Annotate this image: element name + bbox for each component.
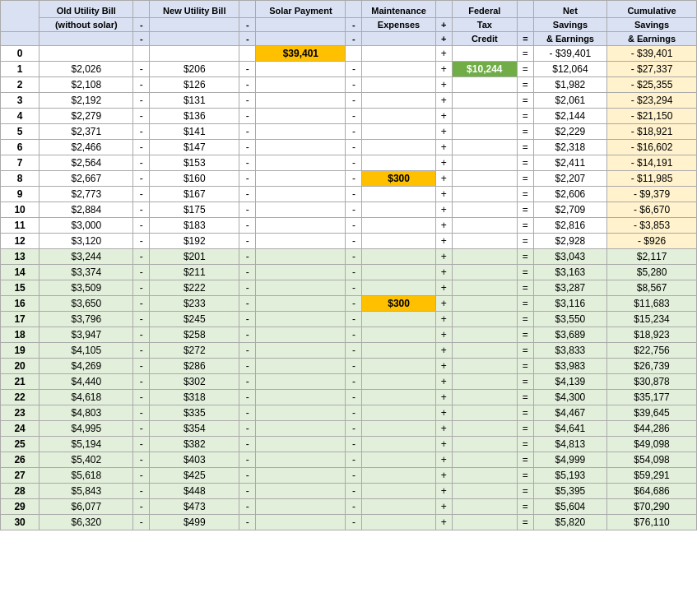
solar-payment-cell: $39,401: [256, 46, 346, 62]
dash3-cell: -: [346, 484, 362, 499]
three-subheader: New Utility Bill: [150, 4, 239, 18]
table-row: 30$6,320-$499--+=$5,820$76,110: [1, 515, 697, 530]
equals-cell: =: [517, 405, 533, 421]
dash3-cell: -: [346, 109, 362, 124]
dash1-cell: -: [133, 296, 150, 312]
year-cell: 19: [1, 343, 39, 359]
dash3-sub2: -: [346, 18, 362, 32]
cumulative-savings-cell: - $14,191: [607, 155, 697, 171]
old-utility-cell: $5,194: [39, 437, 133, 452]
dash1-cell: -: [133, 343, 150, 359]
solar-payment-cell: [256, 312, 346, 327]
old-utility-cell: $4,618: [39, 390, 133, 405]
federal-tax-cell: [452, 343, 517, 359]
plus-cell: +: [435, 249, 452, 265]
equals-cell: =: [517, 234, 533, 249]
solar-payment-cell: [256, 343, 346, 359]
eight-sub3: & Earnings: [607, 32, 697, 46]
dash3-cell: -: [346, 296, 362, 312]
dash3-cell: -: [346, 312, 362, 327]
old-utility-cell: $3,650: [39, 296, 133, 312]
federal-tax-cell: [452, 359, 517, 374]
year-cell: 6: [1, 140, 39, 155]
federal-tax-cell: [452, 280, 517, 296]
year-cell: 8: [1, 171, 39, 187]
dash3-cell: -: [346, 421, 362, 437]
solar-payment-cell: [256, 374, 346, 390]
year-cell: 20: [1, 359, 39, 374]
federal-tax-cell: [452, 390, 517, 405]
new-utility-cell: $499: [150, 515, 239, 530]
dash2-cell: -: [239, 327, 256, 343]
solar-payment-cell: [256, 421, 346, 437]
solar-payment-cell: [256, 93, 346, 109]
year-cell: 4: [1, 109, 39, 124]
plus-cell: +: [435, 515, 452, 530]
plus-cell: +: [435, 437, 452, 452]
solar-payment-cell: [256, 140, 346, 155]
seven-sub3: & Earnings: [533, 32, 606, 46]
net-savings-cell: $4,999: [533, 452, 606, 468]
federal-tax-cell: [452, 124, 517, 140]
old-utility-cell: $3,244: [39, 249, 133, 265]
cumulative-savings-cell: - $25,355: [607, 77, 697, 93]
table-row: 22$4,618-$318--+=$4,300$35,177: [1, 390, 697, 405]
old-utility-cell: $4,803: [39, 405, 133, 421]
cumulative-savings-cell: $35,177: [607, 390, 697, 405]
plus-sub3: +: [435, 32, 452, 46]
maintenance-cell: [362, 312, 436, 327]
equals-cell: =: [517, 155, 533, 171]
equals-cell: =: [517, 421, 533, 437]
old-utility-cell: $6,320: [39, 515, 133, 530]
net-savings-cell: $2,411: [533, 155, 606, 171]
new-utility-cell: $192: [150, 234, 239, 249]
table-row: 18$3,947-$258--+=$3,689$18,923: [1, 327, 697, 343]
net-savings-cell: $3,983: [533, 359, 606, 374]
old-utility-cell: $5,402: [39, 452, 133, 468]
cumulative-savings-cell: $8,567: [607, 280, 697, 296]
net-savings-cell: $2,606: [533, 187, 606, 202]
maintenance-cell: [362, 155, 436, 171]
federal-tax-cell: [452, 218, 517, 234]
solar-payment-cell: [256, 249, 346, 265]
year-cell: 24: [1, 421, 39, 437]
cumulative-savings-cell: - $6,670: [607, 202, 697, 218]
old-utility-cell: $3,796: [39, 312, 133, 327]
year-cell: 1: [1, 62, 39, 77]
five-sub3: [362, 32, 436, 46]
table-row: 6$2,466-$147--+=$2,318- $16,602: [1, 140, 697, 155]
net-savings-cell: $4,641: [533, 421, 606, 437]
dash3-cell: -: [346, 234, 362, 249]
eight-subheader1: Cumulative: [607, 4, 697, 18]
dash3-cell: -: [346, 499, 362, 515]
dash1-cell: -: [133, 234, 150, 249]
old-utility-cell: $3,509: [39, 280, 133, 296]
plus-cell: +: [435, 265, 452, 280]
equals-cell: =: [517, 280, 533, 296]
solar-payment-cell: [256, 62, 346, 77]
two-subheader: Old Utility Bill: [39, 4, 133, 18]
federal-tax-cell: [452, 109, 517, 124]
maintenance-cell: [362, 140, 436, 155]
maintenance-cell: [362, 405, 436, 421]
dash2-sub3: -: [239, 32, 256, 46]
maintenance-cell: [362, 515, 436, 530]
six-subheader1: Federal: [452, 4, 517, 18]
dash3-cell: -: [346, 77, 362, 93]
dash2-cell: -: [239, 77, 256, 93]
dash2-cell: -: [239, 452, 256, 468]
maintenance-cell: [362, 46, 436, 62]
dash2-cell: -: [239, 405, 256, 421]
dash3-sub: [346, 4, 362, 18]
equals-cell: =: [517, 93, 533, 109]
plus-cell: +: [435, 280, 452, 296]
net-savings-cell: $2,816: [533, 218, 606, 234]
dash1-cell: -: [133, 499, 150, 515]
table-row: 14$3,374-$211--+=$3,163$5,280: [1, 265, 697, 280]
maintenance-cell: [362, 484, 436, 499]
new-utility-cell: $136: [150, 109, 239, 124]
new-utility-cell: $126: [150, 77, 239, 93]
new-utility-cell: $201: [150, 249, 239, 265]
federal-tax-cell: [452, 234, 517, 249]
cumulative-savings-cell: $22,756: [607, 343, 697, 359]
